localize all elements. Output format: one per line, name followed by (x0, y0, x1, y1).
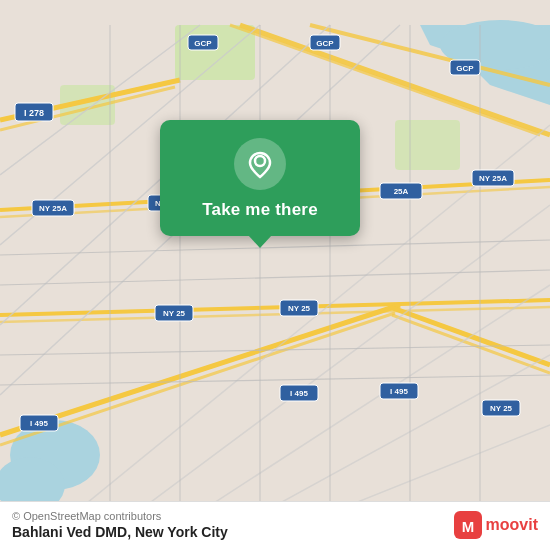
svg-text:NY 25: NY 25 (163, 309, 186, 318)
bottom-left: © OpenStreetMap contributors Bahlani Ved… (12, 510, 228, 540)
svg-text:NY 25A: NY 25A (479, 174, 507, 183)
svg-text:GCP: GCP (194, 39, 212, 48)
popup-card[interactable]: Take me there (160, 120, 360, 236)
svg-text:I 495: I 495 (390, 387, 408, 396)
svg-text:NY 25: NY 25 (490, 404, 513, 413)
svg-text:I 278: I 278 (24, 108, 44, 118)
svg-text:NY 25A: NY 25A (39, 204, 67, 213)
svg-text:M: M (461, 518, 474, 535)
svg-text:I 495: I 495 (290, 389, 308, 398)
moovit-logo[interactable]: M moovit (454, 511, 538, 539)
location-icon-wrap (234, 138, 286, 190)
svg-rect-8 (395, 120, 460, 170)
svg-text:NY 25: NY 25 (288, 304, 311, 313)
location-name: Bahlani Ved DMD, New York City (12, 524, 228, 540)
svg-point-69 (255, 156, 265, 166)
map-container: I 278 GCP GCP GCP NY 25A NY 25A NY 25A N… (0, 0, 550, 550)
location-pin-icon (245, 149, 275, 179)
svg-text:GCP: GCP (316, 39, 334, 48)
moovit-text: moovit (486, 516, 538, 534)
bottom-bar: © OpenStreetMap contributors Bahlani Ved… (0, 501, 550, 550)
moovit-icon: M (454, 511, 482, 539)
svg-text:I 495: I 495 (30, 419, 48, 428)
popup-label: Take me there (202, 200, 318, 220)
svg-text:25A: 25A (394, 187, 409, 196)
svg-text:GCP: GCP (456, 64, 474, 73)
map-background: I 278 GCP GCP GCP NY 25A NY 25A NY 25A N… (0, 0, 550, 550)
map-svg: I 278 GCP GCP GCP NY 25A NY 25A NY 25A N… (0, 0, 550, 550)
svg-rect-6 (175, 25, 255, 80)
attribution: © OpenStreetMap contributors (12, 510, 228, 522)
